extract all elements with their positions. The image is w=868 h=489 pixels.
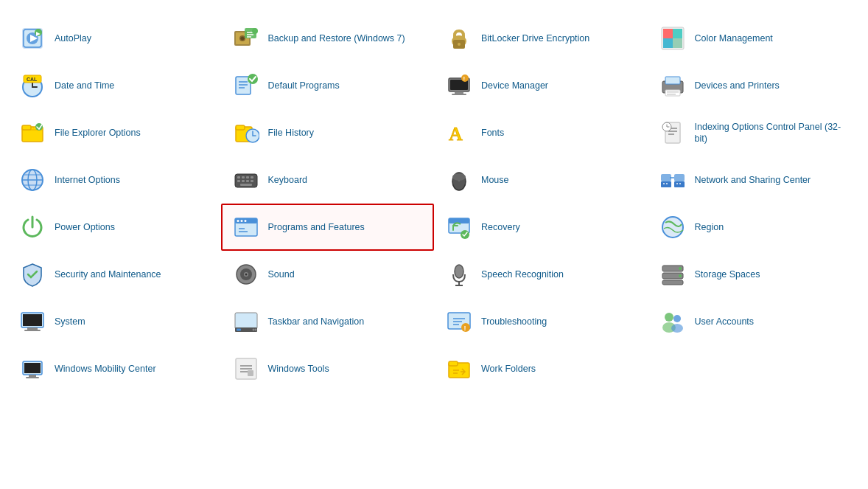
svg-rect-36	[22, 125, 31, 130]
control-panel-item-windows-tools[interactable]: Windows Tools	[221, 345, 435, 392]
taskbar-icon	[231, 307, 261, 336]
internet-options-label: Internet Options	[55, 174, 120, 186]
svg-rect-16	[673, 29, 682, 38]
recovery-icon	[444, 212, 474, 242]
control-panel-item-troubleshooting[interactable]: ! Troubleshooting	[434, 298, 648, 345]
default-programs-label: Default Programs	[268, 80, 340, 91]
fonts-label: Fonts	[481, 127, 504, 139]
control-panel-item-work-folders[interactable]: Work Folders	[434, 345, 648, 392]
device-manager-label: Device Manager	[481, 80, 548, 91]
speech-recognition-label: Speech Recognition	[481, 268, 564, 280]
control-panel-item-programs-features[interactable]: Programs and Features	[221, 204, 435, 251]
svg-rect-52	[237, 176, 240, 178]
devices-printers-label: Devices and Printers	[695, 80, 780, 91]
svg-rect-65	[663, 183, 665, 184]
svg-rect-111	[24, 363, 41, 373]
control-panel-item-bitlocker[interactable]: BitLocker Drive Encryption	[434, 15, 648, 62]
svg-rect-57	[242, 180, 245, 182]
svg-rect-39	[236, 125, 245, 130]
region-icon	[658, 212, 687, 242]
region-label: Region	[695, 221, 724, 233]
backup-restore-label: Backup and Restore (Windows 7)	[268, 32, 405, 44]
control-panel-item-mouse[interactable]: Mouse	[434, 156, 648, 204]
control-panel-item-file-explorer[interactable]: File Explorer Options	[7, 109, 221, 156]
speech-icon	[444, 260, 474, 289]
control-panel-item-user-accounts[interactable]: User Accounts	[648, 298, 861, 345]
control-panel-item-windows-mobility[interactable]: Windows Mobility Center	[7, 345, 221, 392]
filehistory-icon	[231, 118, 261, 148]
tools-icon	[231, 354, 261, 384]
svg-rect-33	[667, 91, 679, 93]
svg-rect-31	[665, 77, 680, 84]
troubleshooting-icon: !	[444, 307, 474, 336]
control-panel-item-fonts[interactable]: A A Fonts	[434, 109, 648, 156]
bitlocker-label: BitLocker Drive Encryption	[481, 32, 589, 44]
svg-rect-55	[251, 176, 253, 178]
svg-rect-67	[674, 174, 685, 181]
control-panel-item-network-sharing[interactable]: Network and Sharing Center	[648, 156, 861, 204]
backup-icon	[231, 24, 261, 53]
keyboard-label: Keyboard	[268, 174, 308, 186]
user-accounts-label: User Accounts	[695, 316, 755, 327]
svg-rect-69	[676, 183, 678, 184]
svg-point-75	[240, 220, 242, 222]
svg-rect-15	[663, 29, 673, 38]
file-history-label: File History	[268, 127, 315, 139]
svg-text:A: A	[449, 123, 463, 145]
items-grid: ▶ AutoPlay Backup and Restore (Windows 7…	[7, 15, 861, 392]
windows-tools-label: Windows Tools	[268, 363, 329, 375]
svg-text:!: !	[463, 75, 466, 82]
workfolders-icon	[444, 354, 474, 384]
control-panel-item-autoplay[interactable]: ▶ AutoPlay	[7, 15, 221, 62]
mouse-icon	[444, 165, 474, 195]
control-panel-item-backup-restore[interactable]: Backup and Restore (Windows 7)	[221, 15, 435, 62]
programs-icon	[231, 212, 261, 242]
svg-point-74	[237, 220, 239, 222]
control-panel-item-speech-recognition[interactable]: Speech Recognition	[434, 251, 648, 298]
svg-rect-66	[666, 183, 668, 184]
control-panel-item-system[interactable]: System	[7, 298, 221, 345]
control-panel-item-color-management[interactable]: Color Management	[648, 15, 861, 62]
svg-rect-96	[27, 327, 38, 330]
svg-rect-117	[449, 361, 458, 366]
power-icon	[18, 212, 47, 242]
svg-rect-34	[667, 94, 676, 95]
svg-rect-27	[452, 94, 466, 95]
svg-rect-58	[246, 180, 249, 182]
fonts-icon: A A	[444, 118, 474, 148]
svg-rect-54	[246, 176, 249, 178]
svg-point-85	[245, 274, 247, 276]
control-panel-item-devices-printers[interactable]: Devices and Printers	[648, 62, 861, 109]
control-panel-item-region[interactable]: Region	[648, 204, 861, 251]
control-panel-item-file-history[interactable]: File History	[221, 109, 435, 156]
control-panel-item-internet-options[interactable]: Internet Options	[7, 156, 221, 204]
control-panel-item-sound[interactable]: Sound	[221, 251, 435, 298]
svg-rect-32	[665, 90, 680, 96]
bitlocker-icon	[444, 24, 474, 53]
system-label: System	[55, 316, 85, 327]
control-panel-item-date-time[interactable]: CAL Date and Time	[7, 62, 221, 109]
svg-point-102	[254, 329, 256, 331]
control-panel-item-taskbar[interactable]: Taskbar and Navigation	[221, 298, 435, 345]
color-management-label: Color Management	[695, 32, 773, 44]
control-panel: ▶ AutoPlay Backup and Restore (Windows 7…	[0, 0, 868, 400]
control-panel-item-security-maintenance[interactable]: Security and Maintenance	[7, 251, 221, 298]
network-sharing-label: Network and Sharing Center	[695, 174, 811, 186]
svg-text:CAL: CAL	[27, 77, 38, 82]
control-panel-item-device-manager[interactable]: ! Device Manager	[434, 62, 648, 109]
control-panel-item-storage-spaces[interactable]: Storage Spaces	[648, 251, 861, 298]
svg-rect-18	[673, 38, 682, 48]
svg-rect-95	[23, 314, 42, 326]
svg-rect-59	[251, 180, 253, 182]
control-panel-item-keyboard[interactable]: Keyboard	[221, 156, 435, 204]
svg-point-92	[679, 267, 682, 270]
control-panel-item-recovery[interactable]: Recovery	[434, 204, 648, 251]
svg-rect-53	[242, 176, 245, 178]
control-panel-item-default-programs[interactable]: Default Programs	[221, 62, 435, 109]
svg-rect-98	[235, 313, 257, 329]
control-panel-item-indexing-options[interactable]: Indexing Options Control Panel (32-bit)	[648, 109, 861, 156]
control-panel-item-power-options[interactable]: Power Options	[7, 204, 221, 251]
work-folders-label: Work Folders	[481, 363, 536, 375]
network-icon	[658, 165, 687, 195]
printers-icon	[658, 71, 687, 100]
